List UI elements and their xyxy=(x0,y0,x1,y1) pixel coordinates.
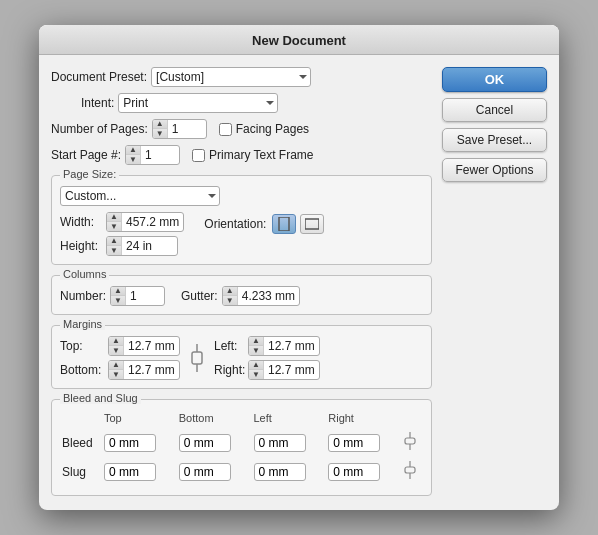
left-margin-up[interactable]: ▲ xyxy=(249,336,263,346)
bottom-margin-stepper[interactable]: ▲ ▼ 12.7 mm xyxy=(108,360,180,380)
height-up[interactable]: ▲ xyxy=(107,236,121,246)
primary-text-frame-checkbox[interactable] xyxy=(192,149,205,162)
svg-rect-4 xyxy=(405,467,415,473)
document-preset-select[interactable]: [Custom] xyxy=(151,67,311,87)
page-size-section: Page Size: Custom... Width: ▲ xyxy=(51,175,432,265)
width-value: 457.2 mm xyxy=(122,215,183,229)
intent-label: Intent: xyxy=(81,96,114,110)
right-margin-up[interactable]: ▲ xyxy=(249,360,263,370)
cancel-button[interactable]: Cancel xyxy=(442,98,547,122)
columns-number-down[interactable]: ▼ xyxy=(111,296,125,306)
bleed-left-input[interactable] xyxy=(254,434,306,452)
columns-number-label: Number: xyxy=(60,289,106,303)
bottom-margin-value: 12.7 mm xyxy=(124,363,179,377)
left-margin-label: Left: xyxy=(214,339,244,353)
right-margin-down[interactable]: ▼ xyxy=(249,370,263,380)
bottom-margin-down[interactable]: ▼ xyxy=(109,370,123,380)
num-pages-up[interactable]: ▲ xyxy=(153,119,167,129)
width-down[interactable]: ▼ xyxy=(107,222,121,232)
start-page-down[interactable]: ▼ xyxy=(126,155,140,165)
width-stepper[interactable]: ▲ ▼ 457.2 mm xyxy=(106,212,184,232)
bottom-margin-up[interactable]: ▲ xyxy=(109,360,123,370)
svg-rect-3 xyxy=(405,438,415,444)
facing-pages-checkbox[interactable] xyxy=(219,123,232,136)
slug-top-input[interactable] xyxy=(104,463,156,481)
top-margin-down[interactable]: ▼ xyxy=(109,346,123,356)
col-left-header: Left xyxy=(254,412,327,427)
start-page-label: Start Page #: xyxy=(51,148,121,162)
page-size-section-label: Page Size: xyxy=(60,168,119,180)
start-page-stepper[interactable]: ▲ ▼ 1 xyxy=(125,145,180,165)
start-page-row: Start Page #: ▲ ▼ 1 Primary Text Frame xyxy=(51,145,432,165)
top-margin-stepper[interactable]: ▲ ▼ 12.7 mm xyxy=(108,336,180,356)
num-pages-down[interactable]: ▼ xyxy=(153,129,167,139)
page-size-select-row: Custom... xyxy=(60,186,423,206)
right-margin-row: Right: ▲ ▼ 12.7 mm xyxy=(214,360,320,380)
slug-row-label: Slug xyxy=(62,465,86,479)
orientation-col: Orientation: xyxy=(204,214,324,234)
save-preset-button[interactable]: Save Preset... xyxy=(442,128,547,152)
document-preset-label: Document Preset: xyxy=(51,70,147,84)
bleed-slug-label: Bleed and Slug xyxy=(60,392,141,404)
orientation-label: Orientation: xyxy=(204,217,266,231)
gutter-row: Gutter: ▲ ▼ 4.233 mm xyxy=(181,286,300,306)
left-panel: Document Preset: [Custom] Intent: Print … xyxy=(51,67,432,496)
top-margin-up[interactable]: ▲ xyxy=(109,336,123,346)
columns-row: Number: ▲ ▼ 1 Gutter: xyxy=(60,286,423,306)
col-top-header: Top xyxy=(104,412,177,427)
bleed-right-input[interactable] xyxy=(328,434,380,452)
bleed-top-input[interactable] xyxy=(104,434,156,452)
bottom-margin-label: Bottom: xyxy=(60,363,104,377)
columns-number-value: 1 xyxy=(126,289,164,303)
height-stepper[interactable]: ▲ ▼ 24 in xyxy=(106,236,178,256)
width-height-col: Width: ▲ ▼ 457.2 mm Height: xyxy=(60,212,184,256)
gutter-up[interactable]: ▲ xyxy=(223,286,237,296)
start-page-up[interactable]: ▲ xyxy=(126,145,140,155)
margins-left-col: Top: ▲ ▼ 12.7 mm Bottom: xyxy=(60,336,180,380)
document-preset-row: Document Preset: [Custom] xyxy=(51,67,432,87)
num-pages-stepper[interactable]: ▲ ▼ 1 xyxy=(152,119,207,139)
page-size-select[interactable]: Custom... xyxy=(60,186,220,206)
start-page-value: 1 xyxy=(141,148,179,162)
width-up[interactable]: ▲ xyxy=(107,212,121,222)
top-margin-row: Top: ▲ ▼ 12.7 mm xyxy=(60,336,180,356)
slug-row: Slug xyxy=(62,458,421,485)
num-pages-value: 1 xyxy=(168,122,206,136)
col-bottom-header: Bottom xyxy=(179,412,252,427)
left-margin-value: 12.7 mm xyxy=(264,339,319,353)
ok-button[interactable]: OK xyxy=(442,67,547,92)
orientation-buttons xyxy=(272,214,324,234)
start-page-inner-row: Start Page #: ▲ ▼ 1 xyxy=(51,145,180,165)
slug-left-input[interactable] xyxy=(254,463,306,481)
slug-bottom-input[interactable] xyxy=(179,463,231,481)
right-margin-label: Right: xyxy=(214,363,244,377)
row-header-col xyxy=(62,412,102,427)
gutter-label: Gutter: xyxy=(181,289,218,303)
dialog-title: New Document xyxy=(39,25,559,55)
columns-number-stepper[interactable]: ▲ ▼ 1 xyxy=(110,286,165,306)
intent-row: Intent: Print xyxy=(51,93,432,113)
width-label: Width: xyxy=(60,215,102,229)
bleed-table: Top Bottom Left Right Bleed xyxy=(60,410,423,487)
gutter-down[interactable]: ▼ xyxy=(223,296,237,306)
columns-section-label: Columns xyxy=(60,268,109,280)
right-panel: OK Cancel Save Preset... Fewer Options xyxy=(442,67,547,496)
gutter-stepper[interactable]: ▲ ▼ 4.233 mm xyxy=(222,286,300,306)
columns-number-up[interactable]: ▲ xyxy=(111,286,125,296)
slug-right-input[interactable] xyxy=(328,463,380,481)
bottom-margin-row: Bottom: ▲ ▼ 12.7 mm xyxy=(60,360,180,380)
orientation-landscape-btn[interactable] xyxy=(300,214,324,234)
svg-rect-1 xyxy=(305,219,319,229)
margins-chain-icon[interactable] xyxy=(188,342,206,374)
right-margin-stepper[interactable]: ▲ ▼ 12.7 mm xyxy=(248,360,320,380)
facing-pages-label: Facing Pages xyxy=(236,122,309,136)
left-margin-stepper[interactable]: ▲ ▼ 12.7 mm xyxy=(248,336,320,356)
orientation-portrait-btn[interactable] xyxy=(272,214,296,234)
left-margin-down[interactable]: ▼ xyxy=(249,346,263,356)
height-down[interactable]: ▼ xyxy=(107,246,121,256)
bleed-bottom-input[interactable] xyxy=(179,434,231,452)
intent-select[interactable]: Print xyxy=(118,93,278,113)
slug-chain-icon[interactable] xyxy=(403,460,417,480)
bleed-chain-icon[interactable] xyxy=(403,431,417,451)
fewer-options-button[interactable]: Fewer Options xyxy=(442,158,547,182)
